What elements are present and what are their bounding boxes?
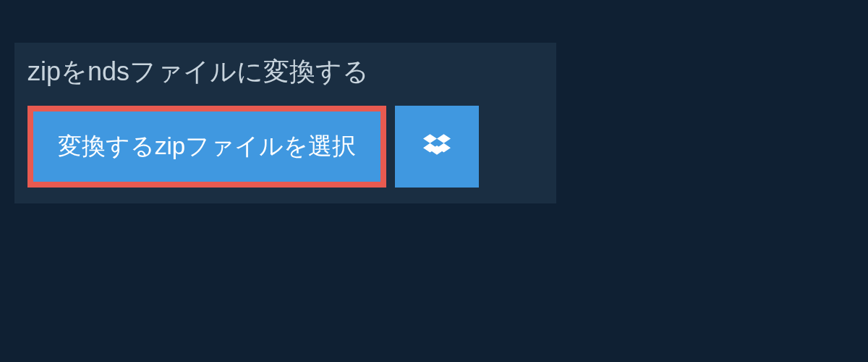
select-file-button-label: 変換するzipファイルを選択	[58, 130, 356, 163]
conversion-panel: zipをndsファイルに変換する 変換するzipファイルを選択	[14, 43, 556, 203]
dropbox-button[interactable]	[395, 106, 479, 188]
panel-title: zipをndsファイルに変換する	[14, 43, 556, 106]
button-row: 変換するzipファイルを選択	[14, 106, 556, 203]
select-file-button[interactable]: 変換するzipファイルを選択	[27, 106, 386, 188]
dropbox-icon	[423, 132, 451, 162]
